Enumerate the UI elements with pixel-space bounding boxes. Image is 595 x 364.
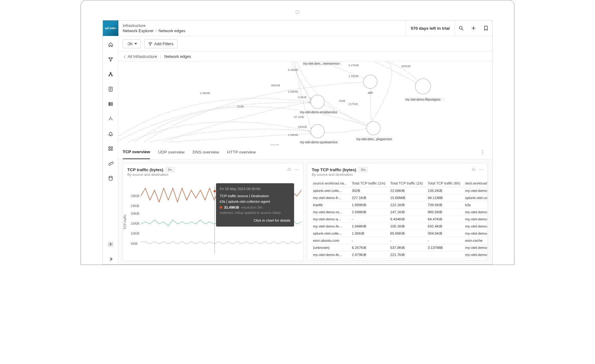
table-row[interactable]: my-otel-demo-fr...227.1KiB15.66MiB94.11M…: [311, 194, 487, 202]
filter-bar: -3h Add Filters: [118, 36, 492, 52]
table-header-cell[interactable]: Total TCP traffic (1h): [388, 180, 425, 187]
panels-row: TCP traffic (bytes) 3m ⋯ By source and d…: [118, 159, 492, 264]
nav-ruler-icon[interactable]: [105, 158, 116, 169]
nav-home-icon[interactable]: [105, 39, 116, 50]
table-cell: my-otel-demo-fr...: [311, 194, 349, 202]
table-header-cell[interactable]: source.workload.na...: [311, 180, 349, 187]
back-all-infrastructure[interactable]: All Infrastructure: [123, 54, 157, 59]
tab-udp-overview[interactable]: UDP overview: [158, 145, 184, 159]
svg-line-1: [462, 29, 463, 30]
add-filters-button[interactable]: Add Filters: [144, 39, 178, 48]
table-row[interactable]: my-otel-demo-fe...2.879KiB221.7KiBmy-ote…: [311, 251, 487, 258]
breadcrumb-parent[interactable]: Network Explorer: [123, 28, 154, 33]
table-row[interactable]: splunk-otel-colle...1.05KiB65.66KiB394.5…: [311, 230, 487, 237]
table-cell: my-otel-demo-pr...: [463, 251, 487, 258]
tcp-traffic-chart-panel: TCP traffic (bytes) 3m ⋯ By source and d…: [123, 163, 303, 261]
tabs-more-icon[interactable]: ⋮: [478, 147, 488, 158]
tooltip-note: (rate/sec rollup applied to source data): [220, 210, 290, 215]
edge-label: 6.49MiB: [288, 68, 298, 72]
table-row[interactable]: my-otel-demo-fe...1.848KiB105.1KiB632.4K…: [311, 223, 487, 230]
node-ssh[interactable]: [364, 75, 377, 89]
table-row[interactable]: (unknown)6.257KiB537.8KiB3.137MiBmy-otel…: [311, 244, 487, 251]
y-tick-label: 15KiB: [131, 222, 139, 225]
table-row[interactable]: esm.ubuntu.com---esm-cache: [311, 237, 487, 244]
nav-settings-icon[interactable]: [105, 239, 116, 249]
table-cell: esm.ubuntu.com: [311, 237, 349, 244]
y-tick-label: 24KiB: [131, 204, 139, 208]
bookmark-icon[interactable]: [480, 20, 492, 36]
table-header-cell[interactable]: Total TCP traffic (6h): [425, 180, 463, 187]
network-graph[interactable]: 880KiB 1.06MiB 222B 113KiB 6.49MiB 1.95M…: [118, 62, 492, 145]
table-cell: 64.47KiB: [425, 216, 463, 223]
nav-database-icon[interactable]: [105, 173, 116, 184]
node-label: ssh: [368, 91, 373, 94]
table-cell: 537.8KiB: [388, 244, 425, 251]
edge-label: 1.95MiB: [288, 90, 298, 93]
tcp-traffic-chart[interactable]: TCP traffic 29KiB24KiB20KiB15KiB10KiB5Ki…: [123, 180, 303, 260]
edge-label: 164B: [339, 99, 345, 102]
table-row[interactable]: my-otel-demo-re...2.598KiB147.1KiB885.5K…: [311, 209, 487, 216]
table-row[interactable]: my-otel-demo-a...-9.434KiB64.47KiBmy-ote…: [311, 216, 487, 223]
table-title: Top TCP traffic (bytes): [312, 167, 356, 172]
top-action-icons: [455, 20, 492, 36]
table-cell: 885.5KiB: [425, 209, 463, 216]
table-header-cell[interactable]: dest.workload.name: [463, 180, 487, 187]
table-cell: 105.1KiB: [388, 223, 425, 230]
table-row[interactable]: traefik1.899KiB122.1KiB739.5KiBk3s: [311, 202, 487, 209]
table-cell: 1.899KiB: [349, 202, 388, 209]
table-resolution-badge: 30s: [359, 167, 368, 172]
svg-point-5: [112, 58, 112, 58]
panel-more-icon[interactable]: ⋯: [294, 167, 299, 172]
node-label: my-otel-demo-ffspostgres: [405, 98, 440, 101]
node-quoteservice[interactable]: [311, 124, 324, 138]
table-cell: 9.434KiB: [388, 216, 425, 223]
add-icon[interactable]: [467, 20, 480, 36]
chart-title: TCP traffic (bytes): [127, 167, 163, 172]
svg-point-17: [109, 105, 110, 105]
search-icon[interactable]: [455, 20, 467, 36]
svg-point-4: [109, 58, 110, 58]
y-tick-label: 10KiB: [131, 232, 139, 235]
nav-tree-icon[interactable]: [105, 69, 116, 80]
table-cell: k3s: [463, 202, 487, 209]
table-cell: 15.66MiB: [388, 194, 425, 202]
top-bar: splunk> Infrastructure Network Explorer …: [103, 20, 492, 36]
nav-alert-icon[interactable]: [105, 114, 116, 124]
panel-bell-icon[interactable]: [287, 167, 291, 171]
nav-dashboard-icon[interactable]: [105, 143, 116, 154]
panel-bell-icon[interactable]: [471, 167, 476, 171]
table-cell: 94.11MiB: [425, 194, 463, 202]
table-row[interactable]: splunk-otel-colle...302B22.08KiB135.2KiB…: [311, 187, 487, 194]
table-cell: my-otel-demo-pr...: [463, 230, 487, 237]
tab-http-overview[interactable]: HTTP overview: [227, 145, 256, 159]
table-cell: -: [349, 216, 388, 223]
tab-dns-overview[interactable]: DNS overview: [193, 145, 219, 159]
tab-tcp-overview[interactable]: TCP overview: [123, 145, 150, 159]
splunk-logo[interactable]: splunk>: [103, 20, 118, 36]
table-cell: splunk-otel-colle...: [463, 194, 487, 202]
node-ffspostgres[interactable]: [415, 79, 431, 94]
time-range-label: -3h: [127, 41, 133, 46]
nav-bell-icon[interactable]: [105, 128, 116, 139]
table-cell: 3.137MiB: [425, 244, 463, 251]
nav-server-icon[interactable]: [105, 99, 116, 109]
table-cell: my-otel-demo-fe...: [463, 209, 487, 216]
tooltip-metric-line: TCP traffic source | Destination: [220, 193, 290, 199]
time-range-selector[interactable]: -3h: [123, 39, 141, 48]
nav-expand-icon[interactable]: [105, 254, 116, 264]
panel-more-icon[interactable]: ⋯: [479, 167, 483, 172]
table-cell: 221.7KiB: [388, 251, 425, 258]
breadcrumb-divider: |: [160, 54, 161, 59]
node-emailservice[interactable]: [311, 95, 324, 109]
device-camera-notch: [296, 10, 299, 14]
svg-point-28: [109, 176, 112, 178]
nav-file-icon[interactable]: [105, 84, 116, 94]
table-header-cell[interactable]: Total TCP traffic (1m): [349, 180, 388, 187]
trial-status[interactable]: 570 days left in trial: [406, 20, 455, 36]
tooltip-series-line: k3s | splunk-otel-collector-agent: [220, 199, 290, 204]
node-pingservice[interactable]: [367, 121, 380, 135]
table-cell: 135.2KiB: [425, 187, 463, 194]
nav-network-icon[interactable]: [105, 54, 116, 65]
table-cell: my-otel-demo-a...: [311, 216, 349, 223]
add-filters-label: Add Filters: [154, 41, 174, 46]
